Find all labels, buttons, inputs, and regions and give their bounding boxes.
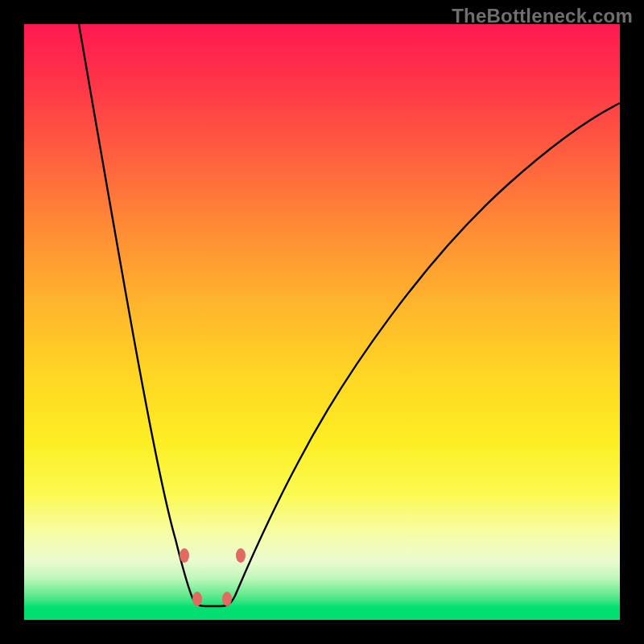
marker-right-upper <box>236 548 246 563</box>
v-curve-left <box>79 24 221 606</box>
v-curve-right <box>221 103 620 606</box>
chart-plot-area <box>24 24 620 620</box>
chart-svg <box>24 24 620 620</box>
marker-left-lower <box>192 592 202 606</box>
marker-right-lower <box>222 592 232 606</box>
marker-left-upper <box>180 548 189 563</box>
